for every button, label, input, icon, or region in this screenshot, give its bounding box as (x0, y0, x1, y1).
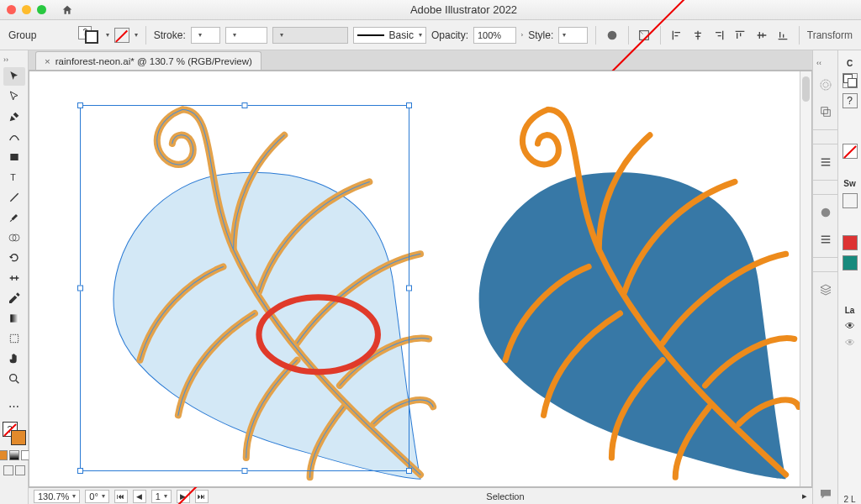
rotate-view-input[interactable]: 0°▾ (85, 490, 109, 503)
shapebuilder-tool[interactable] (3, 228, 25, 247)
right-dock-swatches: C ? Sw La 👁 👁 2 L (837, 50, 861, 504)
align-top-icon[interactable] (732, 27, 748, 44)
chevron-right-icon[interactable]: › (521, 31, 524, 39)
fill-stroke-indicator[interactable]: ? (3, 422, 26, 445)
swatch-red[interactable] (843, 235, 858, 250)
stroke-weight-input[interactable]: ▾ (191, 27, 220, 44)
stroke-panel-icon[interactable] (816, 230, 835, 249)
opacity-label[interactable]: Opacity: (431, 29, 468, 41)
curvature-tool[interactable] (3, 128, 25, 146)
document-tab[interactable]: × rainforest-neon.ai* @ 130.7 % (RGB/Pre… (35, 51, 261, 70)
resize-handle[interactable] (77, 286, 83, 291)
brush-unavailable-dropdown[interactable]: ▾ (272, 27, 347, 44)
swatch-pair-mini-2[interactable] (843, 193, 858, 208)
libraries-panel-icon[interactable] (816, 102, 835, 121)
visibility-icon[interactable]: 👁 (845, 337, 855, 349)
align-center-v-icon[interactable] (753, 27, 769, 44)
artboard-tool[interactable] (3, 329, 25, 348)
recolor-artwork-icon[interactable] (604, 27, 620, 44)
layers-count-label: 2 L (844, 495, 856, 504)
color-mode-button[interactable] (0, 450, 8, 460)
window-controls (7, 5, 46, 14)
layers-panel-tab[interactable]: La (845, 306, 855, 315)
vertical-scrollbar[interactable] (800, 71, 811, 486)
svg-rect-11 (821, 108, 827, 114)
selection-bounding-box[interactable] (80, 105, 409, 471)
minimize-window-button[interactable] (22, 5, 31, 14)
resize-handle[interactable] (406, 102, 412, 108)
transform-panel-label[interactable]: Transform (807, 29, 853, 41)
artboard-number-input[interactable]: 1▾ (151, 490, 172, 503)
swatches-panel-tab[interactable]: Sw (843, 179, 855, 188)
gradient-mode-button[interactable] (9, 450, 19, 460)
gradient-tool[interactable] (3, 309, 25, 328)
svg-point-0 (608, 30, 617, 39)
canvas[interactable] (29, 71, 812, 487)
resize-handle[interactable] (77, 102, 83, 108)
document-tab-title: rainforest-neon.ai* @ 130.7 % (RGB/Previ… (55, 56, 252, 66)
rectangle-tool[interactable] (3, 148, 25, 166)
isolate-group-icon[interactable] (637, 27, 652, 44)
draw-behind-button[interactable] (15, 465, 25, 475)
properties-panel-icon[interactable] (816, 76, 835, 94)
align-right-icon[interactable] (711, 27, 727, 44)
visibility-icon[interactable]: 👁 (845, 320, 855, 332)
resize-handle[interactable] (242, 102, 248, 108)
rotate-tool[interactable] (3, 249, 25, 267)
last-artboard-button[interactable]: ⏭ (195, 490, 209, 503)
svg-rect-2 (10, 154, 18, 160)
eyedropper-tool[interactable] (3, 289, 25, 307)
align-left-icon[interactable] (668, 27, 684, 44)
appearance-panel-icon[interactable] (816, 203, 835, 222)
close-window-button[interactable] (7, 5, 16, 14)
zoom-level-input[interactable]: 130.7%▾ (34, 490, 80, 503)
comments-panel-icon[interactable] (816, 486, 835, 504)
type-tool[interactable]: T (3, 168, 25, 186)
status-menu-icon[interactable]: ▸ (802, 491, 807, 501)
swatch-none[interactable] (843, 144, 858, 159)
resize-handle[interactable] (406, 468, 412, 474)
paintbrush-tool[interactable] (3, 208, 25, 227)
no-fill-swatch[interactable] (114, 28, 129, 43)
svg-text:T: T (10, 172, 16, 182)
color-panel-tab[interactable]: C (847, 59, 853, 68)
fill-stroke-swatch[interactable]: ? (78, 26, 101, 45)
svg-point-10 (821, 80, 831, 90)
swatch-pair-mini[interactable] (843, 73, 858, 88)
selection-tool[interactable] (3, 67, 25, 86)
zoom-tool[interactable] (3, 370, 25, 388)
swatch-teal[interactable] (843, 255, 858, 270)
hand-tool[interactable] (3, 349, 25, 368)
stroke-box[interactable] (11, 430, 26, 445)
swatch-question[interactable]: ? (843, 93, 858, 108)
align-bottom-icon[interactable] (774, 27, 790, 44)
resize-handle[interactable] (242, 468, 248, 474)
chevron-down-icon[interactable]: ▾ (106, 31, 109, 39)
home-icon[interactable] (61, 4, 73, 16)
style-dropdown[interactable]: ▾ (558, 27, 588, 44)
resize-handle[interactable] (406, 286, 412, 291)
layers-panel-icon[interactable] (816, 281, 835, 299)
expand-toolbar-icon[interactable]: ›› (3, 55, 8, 64)
first-artboard-button[interactable]: ⏮ (114, 490, 128, 503)
stroke-label[interactable]: Stroke: (154, 29, 186, 41)
pen-tool[interactable] (3, 108, 25, 126)
width-tool[interactable] (3, 269, 25, 287)
close-tab-icon[interactable]: × (45, 56, 50, 66)
paragraph-panel-icon[interactable] (816, 153, 835, 171)
style-label[interactable]: Style: (528, 29, 553, 41)
opacity-input[interactable]: 100% (473, 27, 516, 44)
line-tool[interactable] (3, 188, 25, 207)
chevron-down-icon[interactable]: ▾ (135, 31, 138, 39)
stroke-profile-dropdown[interactable]: ▾ (225, 27, 268, 44)
maximize-window-button[interactable] (37, 5, 46, 14)
collapse-dock-icon[interactable]: ‹‹ (816, 59, 821, 67)
align-center-h-icon[interactable] (689, 27, 705, 44)
brush-definition-dropdown[interactable]: Basic ▾ (353, 27, 426, 44)
edit-toolbar-button[interactable]: ⋯ (3, 396, 25, 415)
prev-artboard-button[interactable]: ◀ (133, 490, 146, 503)
draw-normal-button[interactable] (3, 465, 13, 475)
direct-selection-tool[interactable] (3, 87, 25, 106)
svg-point-13 (821, 208, 830, 218)
resize-handle[interactable] (77, 468, 83, 474)
